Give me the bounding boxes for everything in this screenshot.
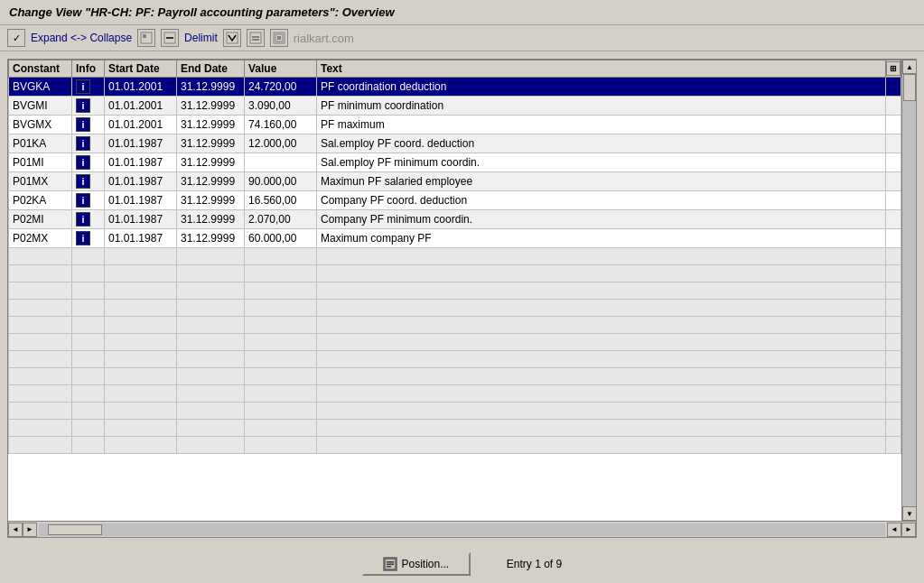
cell-info: i bbox=[72, 172, 105, 191]
cell-empty bbox=[9, 317, 72, 334]
window-title: Change View "HR-CH: PF: Payroll accounti… bbox=[9, 5, 395, 19]
info-icon[interactable]: i bbox=[76, 79, 90, 94]
cell-empty bbox=[9, 300, 72, 317]
info-icon[interactable]: i bbox=[76, 212, 90, 227]
info-icon[interactable]: i bbox=[76, 117, 90, 132]
scroll-down-btn[interactable]: ▼ bbox=[902, 506, 916, 521]
toolbar-icon-check[interactable]: ✓ bbox=[7, 29, 25, 47]
scroll-left-btn[interactable]: ◄ bbox=[8, 523, 23, 537]
cell-empty bbox=[317, 368, 886, 385]
cell-info: i bbox=[72, 229, 105, 248]
cell-constant: P02MI bbox=[9, 210, 72, 229]
cell-empty bbox=[177, 334, 245, 351]
table-row[interactable]: BVGKAi01.01.200131.12.999924.720,00PF co… bbox=[9, 78, 901, 97]
col-header-info: Info bbox=[72, 60, 105, 78]
cell-empty bbox=[72, 385, 105, 403]
cell-empty bbox=[105, 265, 177, 282]
table-row[interactable]: BVGMXi01.01.200131.12.999974.160,00PF ma… bbox=[9, 116, 901, 134]
table-row[interactable]: P01MXi01.01.198731.12.999990.000,00Maxim… bbox=[9, 172, 901, 191]
cell-empty bbox=[245, 317, 317, 334]
scroll-thumb[interactable] bbox=[903, 74, 916, 101]
cell-enddate: 31.12.9999 bbox=[177, 78, 245, 97]
footer-bar: Position... Entry 1 of 9 bbox=[0, 545, 924, 583]
cell-startdate: 01.01.1987 bbox=[105, 210, 177, 229]
toolbar-icon-3[interactable] bbox=[223, 29, 241, 47]
cell-empty bbox=[245, 385, 317, 403]
cell-empty bbox=[245, 300, 317, 317]
info-icon[interactable]: i bbox=[76, 193, 90, 208]
cell-empty bbox=[886, 420, 901, 437]
cell-empty bbox=[886, 334, 901, 351]
table-row[interactable]: P02KAi01.01.198731.12.999916.560,00Compa… bbox=[9, 191, 901, 210]
cell-empty bbox=[9, 248, 72, 265]
svg-rect-1 bbox=[143, 34, 146, 38]
cell-empty bbox=[886, 300, 901, 317]
table-row[interactable]: BVGMIi01.01.200131.12.99993.090,00PF min… bbox=[9, 97, 901, 116]
cell-empty bbox=[317, 385, 886, 403]
table-row[interactable]: P02MIi01.01.198731.12.99992.070,00Compan… bbox=[9, 210, 901, 229]
hscroll-track[interactable] bbox=[39, 523, 885, 536]
cell-empty bbox=[9, 351, 72, 368]
info-icon[interactable]: i bbox=[76, 136, 90, 151]
svg-rect-10 bbox=[277, 36, 281, 40]
scroll-right-btn[interactable]: ► bbox=[23, 523, 37, 537]
cell-empty bbox=[245, 282, 317, 300]
cell-constant: BVGKA bbox=[9, 78, 72, 97]
title-bar: Change View "HR-CH: PF: Payroll accounti… bbox=[0, 0, 924, 25]
cell-empty bbox=[177, 420, 245, 437]
cell-startdate: 01.01.2001 bbox=[105, 97, 177, 116]
hscroll-left-end[interactable]: ► bbox=[901, 523, 916, 537]
table-row[interactable]: P01MIi01.01.198731.12.9999Sal.employ PF … bbox=[9, 153, 901, 172]
cell-empty bbox=[105, 437, 177, 454]
cell-empty bbox=[245, 334, 317, 351]
table-row[interactable]: P02MXi01.01.198731.12.999960.000,00Maxim… bbox=[9, 229, 901, 248]
horizontal-scrollbar[interactable]: ◄ ► ◄ ► bbox=[8, 521, 916, 537]
position-button[interactable]: Position... bbox=[362, 552, 471, 576]
toolbar-icon-1[interactable] bbox=[137, 29, 155, 47]
svg-rect-7 bbox=[252, 39, 259, 41]
cell-empty bbox=[177, 351, 245, 368]
cell-empty bbox=[245, 368, 317, 385]
expand-collapse-label[interactable]: Expand <-> Collapse bbox=[31, 32, 132, 44]
cell-empty bbox=[177, 317, 245, 334]
info-icon[interactable]: i bbox=[76, 174, 90, 189]
col-resize-header[interactable]: ⊞ bbox=[886, 60, 901, 78]
toolbar-icon-4[interactable] bbox=[247, 29, 265, 47]
cell-empty bbox=[105, 403, 177, 420]
cell-enddate: 31.12.9999 bbox=[177, 191, 245, 210]
cell-empty bbox=[317, 282, 886, 300]
cell-empty bbox=[886, 116, 901, 134]
cell-empty bbox=[886, 97, 901, 116]
cell-value: 74.160,00 bbox=[245, 116, 317, 134]
cell-value: 24.720,00 bbox=[245, 78, 317, 97]
cell-empty bbox=[245, 437, 317, 454]
cell-empty bbox=[72, 368, 105, 385]
cell-empty bbox=[886, 317, 901, 334]
col-resize-icon[interactable]: ⊞ bbox=[886, 61, 901, 76]
cell-empty bbox=[72, 351, 105, 368]
hscroll-right-end[interactable]: ◄ bbox=[887, 523, 901, 537]
info-icon[interactable]: i bbox=[76, 155, 90, 170]
cell-info: i bbox=[72, 153, 105, 172]
scroll-up-btn[interactable]: ▲ bbox=[902, 60, 916, 74]
info-icon[interactable]: i bbox=[76, 98, 90, 113]
data-table: Constant Info Start Date End Date bbox=[8, 60, 901, 454]
vertical-scrollbar[interactable]: ▲ ▼ bbox=[901, 60, 916, 521]
cell-info: i bbox=[72, 134, 105, 153]
cell-empty bbox=[886, 153, 901, 172]
entry-label: Entry 1 of 9 bbox=[507, 558, 562, 570]
cell-info: i bbox=[72, 191, 105, 210]
cell-empty bbox=[886, 385, 901, 403]
cell-empty bbox=[886, 368, 901, 385]
table-row[interactable]: P01KAi01.01.198731.12.999912.000,00Sal.e… bbox=[9, 134, 901, 153]
toolbar-icon-5[interactable] bbox=[270, 29, 288, 47]
toolbar-icon-2[interactable] bbox=[161, 29, 179, 47]
cell-empty bbox=[9, 420, 72, 437]
cell-empty bbox=[72, 282, 105, 300]
scroll-track[interactable] bbox=[902, 74, 916, 506]
delimit-label[interactable]: Delimit bbox=[184, 32, 218, 44]
hscroll-thumb[interactable] bbox=[48, 524, 102, 535]
info-icon[interactable]: i bbox=[76, 231, 90, 245]
main-content: Constant Info Start Date End Date bbox=[0, 51, 924, 545]
table-row-empty bbox=[9, 265, 901, 282]
